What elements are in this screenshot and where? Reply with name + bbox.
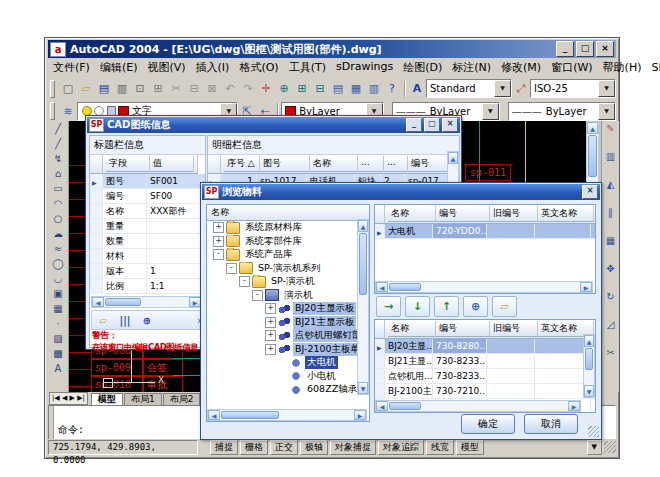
dialog-minimize-button[interactable]: _ <box>406 118 422 132</box>
dialog-resize-grip[interactable] <box>588 426 599 437</box>
column-header[interactable]: 名称 <box>388 206 436 222</box>
tree-expand-icon[interactable]: + <box>213 222 224 233</box>
toolbar-icon[interactable]: ✛ <box>257 80 275 98</box>
menu-item[interactable]: SP-PDM插件(P) <box>646 59 660 76</box>
toolbar-icon[interactable]: ▱ <box>77 80 95 98</box>
menu-item[interactable]: 文件(F) <box>48 59 95 76</box>
toolbar-icon[interactable]: ▤ <box>329 80 347 98</box>
table-row[interactable]: BJ21主显... 730-8233... <box>375 354 595 369</box>
titleblock-hscrollbar[interactable]: ◀ ▶ <box>91 296 202 308</box>
browse-tool-button[interactable]: → <box>376 296 401 317</box>
table-row[interactable]: 名称 XXX部件 <box>90 204 205 219</box>
tree-item[interactable]: - 演示机 <box>207 289 369 303</box>
toolbar-icon[interactable]: ▢ <box>59 80 77 98</box>
results-hscrollbar[interactable]: ◀ ▶ <box>375 400 581 412</box>
menu-item[interactable]: 工具(T) <box>284 59 331 76</box>
tree-item[interactable]: - SP-演示机系列 <box>207 262 369 276</box>
layout-tab[interactable]: 模型 <box>91 393 123 405</box>
toolbar-icon[interactable]: ▦ <box>347 80 365 98</box>
status-toggle[interactable]: 捕捉 <box>210 440 238 455</box>
dialog-maximize-button[interactable]: □ <box>424 118 440 132</box>
draw-tool-icon[interactable]: ⌂ <box>50 166 66 181</box>
cancel-button[interactable]: 取消 <box>524 414 578 434</box>
title-bar[interactable]: a AutoCAD 2004 - [E:\UG\dwg\图框\测试用图(部件).… <box>48 40 616 58</box>
toolbar-icon[interactable]: ⊟ <box>311 80 329 98</box>
table-row[interactable]: BJ-2100主... 730-7210... <box>375 384 595 399</box>
tree-expand-icon[interactable]: - <box>252 290 263 301</box>
modify-tool-icon[interactable]: ▥ <box>603 149 618 164</box>
column-header[interactable]: 名称 <box>310 156 358 172</box>
dropdown-arrow-icon[interactable]: ▼ <box>598 103 615 120</box>
toolbar-icon[interactable]: ⊞ <box>293 80 311 98</box>
table-row[interactable]: 重量 <box>90 219 205 234</box>
tree-expand-icon[interactable]: - <box>213 249 224 260</box>
ok-button[interactable]: 确定 <box>461 414 515 434</box>
toolbar-icon[interactable]: ⊕ <box>275 80 293 98</box>
toolbar-icon[interactable]: ⊠ <box>203 80 221 98</box>
toolbar-grip[interactable] <box>50 102 55 120</box>
table-row[interactable]: 比例 1:1 <box>90 279 205 294</box>
menu-item[interactable]: 视图(V) <box>142 59 190 76</box>
status-toggle[interactable]: 极轴 <box>300 440 328 455</box>
status-toggle[interactable]: 对象追踪 <box>378 440 424 455</box>
table-row[interactable]: 图号 SF001 <box>90 174 205 189</box>
tree-expand-icon[interactable]: - <box>239 276 250 287</box>
column-header[interactable]: 字段 <box>106 156 150 172</box>
dialog-close-button[interactable]: × <box>442 118 458 132</box>
table-row[interactable]: 数量 <box>90 234 205 249</box>
browse-tool-button[interactable]: ⊕ <box>463 296 488 317</box>
dialog-title-bar[interactable]: SP 浏览物料 × <box>202 184 600 200</box>
dropdown-arrow-icon[interactable]: ▼ <box>598 80 615 97</box>
scroll-left-icon[interactable]: ◀ <box>208 410 220 420</box>
toolbar-icon[interactable]: ✂ <box>167 80 185 98</box>
draw-tool-icon[interactable]: ▭ <box>50 181 66 196</box>
tree-item[interactable]: 小电机 <box>207 370 369 384</box>
modify-tool-icon[interactable]: ∥ <box>603 205 618 220</box>
menu-item[interactable]: sDrawings <box>331 59 398 76</box>
scroll-right-icon[interactable]: ▶ <box>580 282 592 292</box>
scroll-left-icon[interactable]: ◀ <box>376 401 388 411</box>
column-header[interactable]: 名称 <box>388 321 436 337</box>
table-row[interactable]: 编号 SF00 <box>90 189 205 204</box>
menu-item[interactable]: 窗口(W) <box>546 59 597 76</box>
modify-tool-icon[interactable]: ✂ <box>603 345 618 360</box>
draw-tool-icon[interactable]: ▩ <box>50 346 66 361</box>
draw-tool-icon[interactable]: ◡ <box>50 271 66 286</box>
column-header[interactable]: ... <box>358 156 384 172</box>
dim-style-combo[interactable]: ISO-25 ▼ <box>530 79 616 98</box>
dim-style-icon[interactable]: ⤢ <box>512 80 530 98</box>
menu-item[interactable]: 修改(M) <box>496 59 546 76</box>
layout-tab[interactable]: 布局1 <box>124 393 162 405</box>
dropdown-arrow-icon[interactable]: ▼ <box>494 80 511 97</box>
lineweight-combo[interactable]: ——— ByLayer ▼ <box>508 102 616 121</box>
scroll-right-icon[interactable]: ▶ <box>568 401 580 411</box>
column-header[interactable]: 英文名称 <box>538 206 594 222</box>
modify-tool-icon[interactable]: ✎ <box>603 121 618 136</box>
dialog-title-bar[interactable]: SP CAD图纸信息 _ □ × <box>87 117 460 133</box>
scroll-right-icon[interactable]: ▶ <box>354 410 366 420</box>
toolbar-grip[interactable] <box>50 80 55 98</box>
table-row[interactable]: BJ20主显... 730-8280... <box>375 339 595 354</box>
dialog-close-button[interactable]: × <box>582 185 598 199</box>
maximize-button[interactable]: □ <box>576 41 594 57</box>
status-toggle[interactable]: 正交 <box>270 440 298 455</box>
modify-tool-icon[interactable]: ↻ <box>603 289 618 304</box>
tree-item[interactable]: + BJ20主显示板 <box>207 302 369 316</box>
table-row[interactable]: 大电机 720-YDD0... <box>375 224 595 239</box>
scroll-up-icon[interactable]: ▲ <box>358 220 368 232</box>
tree-item[interactable]: - SP-演示机 <box>207 275 369 289</box>
draw-tool-icon[interactable]: ↯ <box>50 151 66 166</box>
menu-item[interactable]: 绘图(D) <box>398 59 447 76</box>
selection-hscrollbar[interactable]: ◀ ▶ <box>375 281 593 293</box>
tree-item[interactable]: - 系统产品库 <box>207 248 369 262</box>
tree-expand-icon[interactable]: + <box>265 330 276 341</box>
tree-item[interactable]: + BJ-2100主板单点 <box>207 343 369 357</box>
draw-tool-icon[interactable]: ◯ <box>50 256 66 271</box>
scroll-down-icon[interactable]: ▼ <box>358 382 368 394</box>
close-button[interactable]: × <box>596 41 614 57</box>
column-header[interactable]: 编号 <box>436 321 490 337</box>
modify-tool-icon[interactable]: ◭ <box>603 177 618 192</box>
menu-item[interactable]: 插入(I) <box>191 59 235 76</box>
toolbar-icon[interactable]: ▥ <box>113 80 131 98</box>
browse-tool-button[interactable]: ▱ <box>492 296 517 317</box>
